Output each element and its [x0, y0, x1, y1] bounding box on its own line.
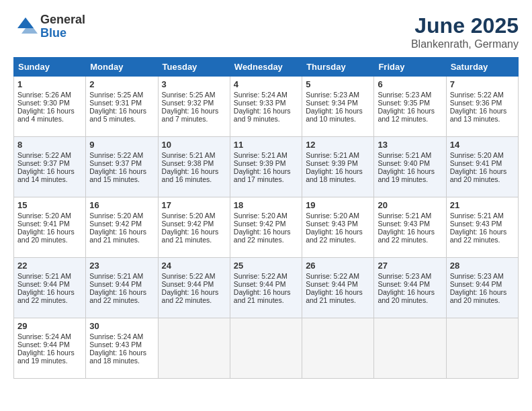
day-info-line: Sunrise: 5:23 AM [378, 91, 442, 99]
day-info-line: Daylight: 16 hours [450, 228, 515, 236]
day-number: 15 [17, 200, 82, 210]
calendar-cell: 1Sunrise: 5:26 AMSunset: 9:30 PMDaylight… [14, 77, 86, 137]
calendar-cell: 27Sunrise: 5:23 AMSunset: 9:44 PMDayligh… [374, 258, 446, 318]
day-info-line: Sunrise: 5:22 AM [17, 151, 82, 159]
day-number: 23 [89, 261, 154, 271]
day-number: 30 [89, 321, 154, 331]
day-info-line: Sunset: 9:38 PM [162, 159, 226, 167]
day-info-line: and 13 minutes. [450, 115, 515, 123]
day-info-line: Daylight: 16 hours [378, 107, 442, 115]
day-info-line: and 12 minutes. [378, 115, 442, 123]
day-info-line: Sunrise: 5:24 AM [89, 332, 154, 340]
calendar-cell [374, 318, 446, 379]
day-info-line: Sunrise: 5:20 AM [17, 212, 82, 220]
day-number: 9 [89, 140, 154, 150]
day-number: 4 [234, 79, 298, 89]
day-number: 18 [234, 200, 298, 210]
day-info-line: and 22 minutes. [306, 236, 370, 244]
day-info-line: and 21 minutes. [162, 236, 226, 244]
calendar-cell: 16Sunrise: 5:20 AMSunset: 9:42 PMDayligh… [86, 197, 158, 258]
day-info-line: Daylight: 16 hours [234, 167, 298, 175]
day-info-line: Sunset: 9:37 PM [17, 159, 82, 167]
day-info-line: Sunrise: 5:21 AM [306, 151, 370, 159]
day-info-line: and 21 minutes. [306, 296, 370, 304]
logo: General Blue [13, 13, 85, 40]
day-info-line: and 14 minutes. [17, 175, 82, 183]
day-info-line: Sunset: 9:31 PM [89, 99, 154, 107]
day-info-line: and 20 minutes. [378, 296, 442, 304]
day-info-line: Sunrise: 5:23 AM [450, 272, 515, 280]
day-info-line: and 22 minutes. [378, 236, 442, 244]
calendar-cell: 9Sunrise: 5:22 AMSunset: 9:37 PMDaylight… [86, 137, 158, 197]
day-info-line: Sunrise: 5:20 AM [234, 212, 298, 220]
day-info-line: and 22 minutes. [89, 296, 154, 304]
day-info-line: and 7 minutes. [162, 115, 226, 123]
calendar-cell: 2Sunrise: 5:25 AMSunset: 9:31 PMDaylight… [86, 77, 158, 137]
day-info-line: Daylight: 16 hours [17, 228, 82, 236]
day-info-line: and 20 minutes. [17, 236, 82, 244]
day-info-line: Daylight: 16 hours [234, 288, 298, 296]
day-info-line: Sunrise: 5:22 AM [450, 91, 515, 99]
calendar-cell: 3Sunrise: 5:25 AMSunset: 9:32 PMDaylight… [158, 77, 230, 137]
day-info-line: Sunset: 9:44 PM [378, 280, 442, 288]
calendar-cell: 17Sunrise: 5:20 AMSunset: 9:42 PMDayligh… [158, 197, 230, 258]
day-info-line: and 21 minutes. [234, 296, 298, 304]
day-info-line: Sunrise: 5:21 AM [378, 212, 442, 220]
day-info-line: Daylight: 16 hours [450, 288, 515, 296]
day-info-line: Sunset: 9:44 PM [89, 280, 154, 288]
day-info-line: Daylight: 16 hours [306, 107, 370, 115]
day-info-line: Sunset: 9:43 PM [450, 220, 515, 228]
calendar-cell: 22Sunrise: 5:21 AMSunset: 9:44 PMDayligh… [14, 258, 86, 318]
calendar-header-thursday: Thursday [302, 58, 374, 77]
calendar-cell [446, 318, 518, 379]
calendar-cell: 24Sunrise: 5:22 AMSunset: 9:44 PMDayligh… [158, 258, 230, 318]
day-info-line: Sunrise: 5:21 AM [450, 212, 515, 220]
calendar-cell [302, 318, 374, 379]
day-number: 5 [306, 79, 370, 89]
logo-general: General [40, 13, 85, 27]
day-info-line: Sunset: 9:41 PM [17, 220, 82, 228]
day-number: 28 [450, 261, 515, 271]
day-info-line: Sunrise: 5:22 AM [162, 272, 226, 280]
day-info-line: Sunset: 9:44 PM [17, 280, 82, 288]
day-info-line: Sunrise: 5:20 AM [162, 212, 226, 220]
day-info-line: and 4 minutes. [17, 115, 82, 123]
page-header: General Blue June 2025 Blankenrath, Germ… [13, 13, 519, 50]
calendar-cell: 6Sunrise: 5:23 AMSunset: 9:35 PMDaylight… [374, 77, 446, 137]
day-number: 7 [450, 79, 515, 89]
calendar-cell: 28Sunrise: 5:23 AMSunset: 9:44 PMDayligh… [446, 258, 518, 318]
day-number: 24 [162, 261, 226, 271]
calendar-cell: 14Sunrise: 5:20 AMSunset: 9:41 PMDayligh… [446, 137, 518, 197]
calendar-header-tuesday: Tuesday [158, 58, 230, 77]
day-info-line: Sunset: 9:40 PM [378, 159, 442, 167]
day-info-line: Sunset: 9:39 PM [306, 159, 370, 167]
day-info-line: Sunset: 9:41 PM [450, 159, 515, 167]
day-number: 25 [234, 261, 298, 271]
day-info-line: Sunset: 9:43 PM [89, 340, 154, 349]
day-info-line: Daylight: 16 hours [234, 107, 298, 115]
day-info-line: and 5 minutes. [89, 115, 154, 123]
day-number: 19 [306, 200, 370, 210]
day-number: 6 [378, 79, 442, 89]
day-info-line: and 20 minutes. [450, 296, 515, 304]
calendar-cell: 12Sunrise: 5:21 AMSunset: 9:39 PMDayligh… [302, 137, 374, 197]
day-info-line: Sunset: 9:43 PM [306, 220, 370, 228]
day-number: 8 [17, 140, 82, 150]
calendar-cell: 10Sunrise: 5:21 AMSunset: 9:38 PMDayligh… [158, 137, 230, 197]
day-info-line: Sunrise: 5:23 AM [306, 91, 370, 99]
calendar-header-friday: Friday [374, 58, 446, 77]
day-info-line: Sunset: 9:44 PM [306, 280, 370, 288]
day-info-line: Sunrise: 5:22 AM [306, 272, 370, 280]
calendar-header-row: SundayMondayTuesdayWednesdayThursdayFrid… [14, 58, 519, 77]
calendar-cell: 4Sunrise: 5:24 AMSunset: 9:33 PMDaylight… [230, 77, 302, 137]
day-number: 29 [17, 321, 82, 331]
day-number: 20 [378, 200, 442, 210]
calendar-cell [230, 318, 302, 379]
day-info-line: and 18 minutes. [306, 175, 370, 183]
day-info-line: Sunrise: 5:25 AM [89, 91, 154, 99]
day-info-line: Sunrise: 5:21 AM [89, 272, 154, 280]
calendar-cell: 30Sunrise: 5:24 AMSunset: 9:43 PMDayligh… [86, 318, 158, 379]
day-info-line: and 17 minutes. [234, 175, 298, 183]
day-info-line: and 20 minutes. [450, 175, 515, 183]
calendar-cell: 29Sunrise: 5:24 AMSunset: 9:44 PMDayligh… [14, 318, 86, 379]
